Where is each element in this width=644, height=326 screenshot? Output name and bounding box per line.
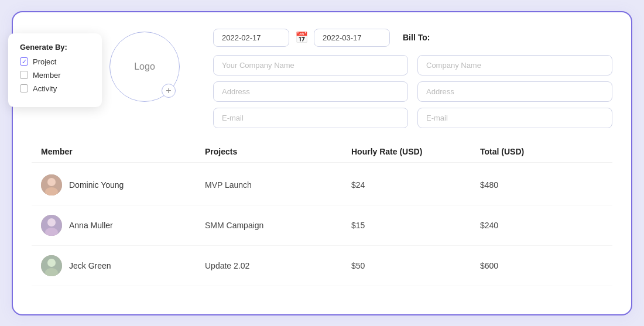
logo-text: Logo xyxy=(134,61,155,72)
from-col xyxy=(213,55,408,128)
form-columns xyxy=(213,55,612,128)
plus-icon: + xyxy=(166,85,171,96)
logo-add-button[interactable]: + xyxy=(162,84,176,98)
option-project-label: Project xyxy=(33,57,56,66)
option-activity-label: Activity xyxy=(33,84,57,93)
option-activity[interactable]: Activity xyxy=(20,84,90,93)
member-name-1: Anna Muller xyxy=(69,221,113,230)
total-0: $480 xyxy=(480,180,603,190)
option-project[interactable]: ✓ Project xyxy=(20,57,90,66)
option-member-label: Member xyxy=(33,71,61,80)
project-2: Update 2.02 xyxy=(205,261,351,270)
svg-point-7 xyxy=(47,259,56,267)
table-row: Anna Muller SMM Campaign $15 $240 xyxy=(32,205,612,246)
start-date-input[interactable] xyxy=(213,29,289,47)
calendar-icon[interactable]: 📅 xyxy=(295,31,308,44)
project-1: SMM Campaign xyxy=(205,221,351,230)
col-member: Member xyxy=(41,147,205,156)
to-email-input[interactable] xyxy=(417,108,612,128)
rate-2: $50 xyxy=(351,261,480,270)
main-container: Generate By: ✓ Project Member Activity L… xyxy=(12,11,632,315)
total-2: $600 xyxy=(480,261,603,270)
table-header: Member Projects Hourly Rate (USD) Total … xyxy=(32,147,612,163)
table-section: Member Projects Hourly Rate (USD) Total … xyxy=(32,147,612,286)
avatar-1 xyxy=(41,215,62,236)
from-email-input[interactable] xyxy=(213,108,408,128)
bill-to-label: Bill To: xyxy=(403,33,430,42)
rate-0: $24 xyxy=(351,180,480,190)
col-total: Total (USD) xyxy=(480,147,603,156)
end-date-input[interactable] xyxy=(314,29,390,47)
checkbox-project[interactable]: ✓ xyxy=(20,57,28,66)
logo-circle: Logo + xyxy=(109,32,180,102)
svg-point-4 xyxy=(47,218,56,227)
to-address-input[interactable] xyxy=(417,81,612,102)
member-cell-1: Anna Muller xyxy=(41,215,205,236)
table-row: Jeck Green Update 2.02 $50 $600 xyxy=(32,246,612,286)
checkmark-project: ✓ xyxy=(22,59,27,65)
member-cell-2: Jeck Green xyxy=(41,255,205,276)
to-col xyxy=(417,55,612,128)
from-company-input[interactable] xyxy=(213,55,408,76)
member-name-2: Jeck Green xyxy=(69,261,111,270)
logo-area: Logo + xyxy=(107,29,183,105)
checkbox-member[interactable] xyxy=(20,71,28,79)
avatar-2 xyxy=(41,255,62,276)
from-address-input[interactable] xyxy=(213,81,408,102)
col-projects: Projects xyxy=(205,147,351,156)
generate-panel: Generate By: ✓ Project Member Activity xyxy=(8,33,102,107)
avatar-0 xyxy=(41,174,62,195)
member-cell-0: Dominic Young xyxy=(41,174,205,195)
rate-1: $15 xyxy=(351,221,480,230)
option-member[interactable]: Member xyxy=(20,71,90,80)
member-name-0: Dominic Young xyxy=(69,180,124,190)
svg-point-1 xyxy=(47,178,56,186)
to-company-input[interactable] xyxy=(417,55,612,76)
checkbox-activity[interactable] xyxy=(20,84,28,92)
project-0: MVP Launch xyxy=(205,180,351,190)
generate-label: Generate By: xyxy=(20,43,90,52)
table-row: Dominic Young MVP Launch $24 $480 xyxy=(32,165,612,205)
top-form-section: 📅 Bill To: xyxy=(213,29,612,128)
date-row: 📅 Bill To: xyxy=(213,29,612,47)
col-hourly-rate: Hourly Rate (USD) xyxy=(351,147,480,156)
total-1: $240 xyxy=(480,221,603,230)
